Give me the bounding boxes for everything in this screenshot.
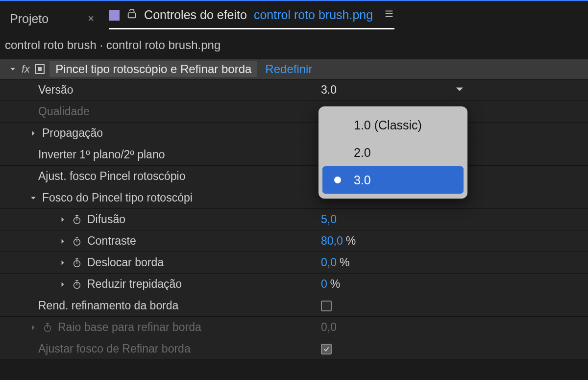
chevron-right-icon[interactable] [59,237,67,245]
reset-link[interactable]: Redefinir [265,62,312,76]
prop-contrast-value[interactable]: 80,0 [321,234,343,248]
prop-base-radius-value: 0,0 [321,321,337,334]
dropdown-option-1[interactable]: 1.0 (Classic) [322,111,464,139]
effect-name[interactable]: Pincel tipo rotoscópio e Refinar borda [49,61,257,77]
prop-render-refine-label: Rend. refinamento da borda [38,299,178,312]
properties-list: Versão 3.0 Qualidade Propagação Inverter… [0,79,588,360]
effect-header: fx Pincel tipo rotoscópio e Refinar bord… [0,59,588,79]
stopwatch-icon[interactable] [72,236,82,247]
chevron-right-icon[interactable] [29,324,37,331]
tab-effect-controls-file: control roto brush.png [254,8,373,22]
prop-reduce-chatter-label: Reduzir trepidação [87,278,182,291]
prop-contrast-suffix: % [346,234,356,248]
prop-matte-group: Fosco do Pincel tipo rotoscópi [0,187,588,209]
prop-reduce-chatter-value[interactable]: 0 [321,278,327,291]
render-refine-checkbox[interactable] [321,301,332,311]
prop-shift-edge-value[interactable]: 0,0 [321,256,337,269]
panel-tab-bar: Projeto × Controles do efeito control ro… [0,1,588,29]
dropdown-option-3[interactable]: 3.0 [322,166,464,194]
tab-project-label: Projeto [10,12,49,26]
prop-shift-edge-label: Deslocar borda [87,256,164,269]
prop-contrast-label: Contraste [87,234,136,248]
stopwatch-icon[interactable] [72,257,82,268]
prop-invert: Inverter 1º plano/2º plano [0,144,588,166]
stopwatch-icon [42,322,53,333]
chevron-right-icon[interactable] [59,216,67,224]
prop-adjust-refine-label: Ajustar fosco de Refinar borda [38,342,191,355]
breadcrumb: control roto brush · control roto brush.… [0,29,588,59]
prop-propagation: Propagação [0,123,588,144]
chevron-right-icon[interactable] [59,259,67,267]
version-dropdown-value: 3.0 [321,83,337,97]
compositing-options-icon[interactable] [35,64,45,74]
prop-contrast: Contraste 80,0% [0,230,588,252]
prop-invert-label: Inverter 1º plano/2º plano [38,148,165,161]
prop-quality: Qualidade [0,101,588,123]
version-dropdown[interactable]: 3.0 [321,83,474,97]
tab-project[interactable]: Projeto × [10,12,94,26]
selected-bullet-icon [334,177,341,183]
prop-feather: Difusão 5,0 [0,209,588,230]
layer-color-swatch-icon [109,10,120,21]
close-icon[interactable]: × [88,12,94,25]
prop-adjust-refine: Ajustar fosco de Refinar borda [0,338,588,360]
prop-adjust-matte: Ajust. fosco Pincel rotoscópio [0,166,588,187]
lock-icon [126,8,137,22]
prop-feather-value[interactable]: 5,0 [321,213,337,226]
panel-menu-icon[interactable] [384,8,394,22]
prop-quality-label: Qualidade [38,105,90,118]
prop-adjust-matte-label: Ajust. fosco Pincel rotoscópio [38,170,185,183]
prop-render-refine: Rend. refinamento da borda [0,295,588,317]
prop-reduce-chatter: Reduzir trepidação 0% [0,274,588,295]
prop-reduce-chatter-suffix: % [330,278,340,291]
chevron-right-icon[interactable] [59,280,67,288]
tab-effect-controls-label: Controles do efeito [144,8,247,22]
prop-base-radius-label: Raio base para refinar borda [58,321,201,334]
prop-shift-edge: Deslocar borda 0,0% [0,252,588,274]
prop-shift-edge-suffix: % [340,256,349,269]
stopwatch-icon[interactable] [72,214,82,225]
prop-matte-group-label: Fosco do Pincel tipo rotoscópi [42,191,193,204]
dropdown-option-3-label: 3.0 [354,173,371,187]
version-dropdown-popup: 1.0 (Classic) 2.0 3.0 [318,106,467,199]
stopwatch-icon[interactable] [72,279,82,290]
prop-version-label: Versão [38,83,74,97]
adjust-refine-checkbox [321,344,332,355]
chevron-down-icon[interactable] [9,65,17,73]
fx-icon[interactable]: fx [22,63,30,76]
dropdown-option-2[interactable]: 2.0 [322,139,464,166]
chevron-down-icon [455,83,464,97]
prop-version: Versão 3.0 [0,79,588,101]
tab-effect-controls[interactable]: Controles do efeito control roto brush.p… [109,8,394,29]
prop-propagation-label: Propagação [42,127,103,140]
prop-feather-label: Difusão [87,213,125,226]
chevron-down-icon[interactable] [29,194,37,202]
chevron-right-icon[interactable] [29,129,37,137]
prop-base-radius: Raio base para refinar borda 0,0 [0,317,588,338]
